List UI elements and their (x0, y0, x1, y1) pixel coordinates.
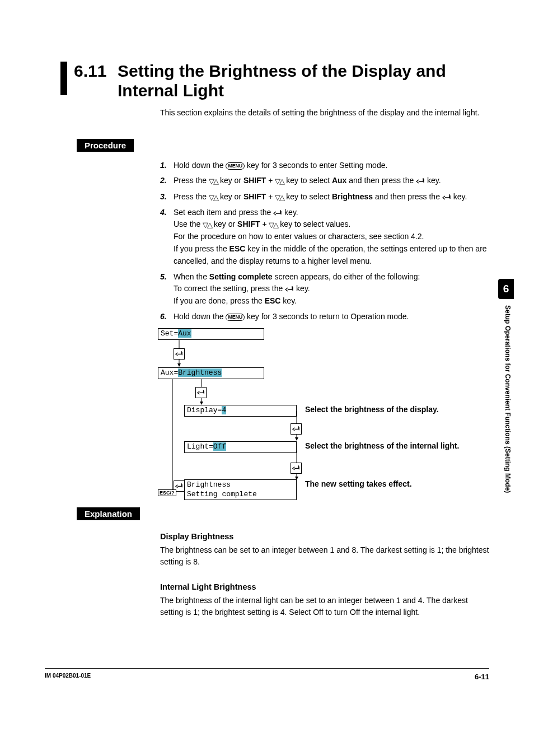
title-bar (60, 62, 67, 95)
diagram-caption: Select the brightness of the internal li… (305, 441, 459, 450)
updown-icon: ▽△ (269, 220, 278, 231)
step-number: 1. (160, 160, 174, 172)
step-body: When the Setting complete screen appears… (174, 271, 492, 307)
enter-icon (291, 463, 302, 474)
explanation-text: The brightness can be set to an integer … (160, 544, 492, 568)
chapter-side-label: Setup Operations for Convenient Function… (504, 305, 512, 493)
step-number: 6. (160, 311, 174, 323)
diagram-box-set: Set=Aux (158, 328, 264, 339)
updown-icon: ▽△ (209, 192, 218, 203)
chapter-tab: 6 (498, 279, 514, 299)
page-number: 6-11 (475, 673, 489, 681)
step-body: Press the ▽△ key or SHIFT + ▽△ key to se… (174, 191, 492, 203)
enter-icon (195, 387, 207, 398)
step: 3. Press the ▽△ key or SHIFT + ▽△ key to… (160, 191, 492, 203)
step: 1. Hold down the MENU key for 3 seconds … (160, 160, 492, 172)
procedure-heading: Procedure (77, 139, 134, 152)
step-number: 5. (160, 271, 174, 307)
step-body: Set each item and press the key. Use the… (174, 207, 492, 268)
updown-icon: ▽△ (209, 176, 218, 187)
step-body: Press the ▽△ key or SHIFT + ▽△ key to se… (174, 175, 492, 187)
menu-key-icon: MENU (226, 314, 245, 321)
step-number: 4. (160, 207, 174, 268)
diagram-caption: The new setting takes effect. (305, 479, 412, 488)
updown-icon: ▽△ (275, 192, 284, 203)
enter-icon (273, 209, 282, 216)
updown-icon: ▽△ (203, 220, 212, 231)
updown-icon: ▽△ (275, 176, 284, 187)
step-number: 3. (160, 191, 174, 203)
diagram-caption: Select the brightness of the display. (305, 405, 439, 414)
step: 6. Hold down the MENU key for 3 seconds … (160, 311, 492, 323)
enter-icon (285, 286, 294, 292)
explanation-subheading: Internal Light Brightness (160, 581, 492, 593)
explanation-heading: Explanation (77, 507, 140, 520)
step: 5. When the Setting complete screen appe… (160, 271, 492, 307)
step-body: Hold down the MENU key for 3 seconds to … (174, 311, 492, 323)
section-number: 6.11 (74, 62, 118, 81)
intro-text: This section explains the details of set… (160, 107, 492, 119)
manual-number: IM 04P02B01-01E (45, 673, 91, 679)
step: 2. Press the ▽△ key or SHIFT + ▽△ key to… (160, 175, 492, 187)
enter-icon (442, 194, 451, 200)
diagram-box-final: BrightnessSetting complete (184, 479, 297, 500)
explanation-text: The brightness of the internal light can… (160, 595, 492, 619)
menu-key-icon: MENU (226, 162, 245, 170)
diagram-box-display: Display=4 (184, 405, 297, 416)
step-number: 2. (160, 175, 174, 187)
procedure-steps: 1. Hold down the MENU key for 3 seconds … (160, 160, 492, 323)
section-heading: 6.11 Setting the Brightness of the Displ… (60, 62, 492, 100)
enter-icon (174, 348, 185, 360)
section-title: Setting the Brightness of the Display an… (118, 62, 492, 100)
footer-rule (45, 668, 489, 669)
enter-icon (416, 178, 425, 184)
explanation-block: Display Brightness The brightness can be… (160, 530, 492, 619)
diagram-box-light: Light=Off (184, 441, 297, 452)
esc-key-icon: ESC/? (158, 489, 176, 496)
diagram-box-aux: Aux=Brightness (158, 367, 264, 379)
explanation-subheading: Display Brightness (160, 530, 492, 543)
flow-diagram: Set=Aux Aux=Brightness Display=4 Select … (157, 328, 493, 502)
step: 4. Set each item and press the key. Use … (160, 207, 492, 268)
step-body: Hold down the MENU key for 3 seconds to … (174, 160, 492, 172)
enter-icon (291, 423, 302, 435)
